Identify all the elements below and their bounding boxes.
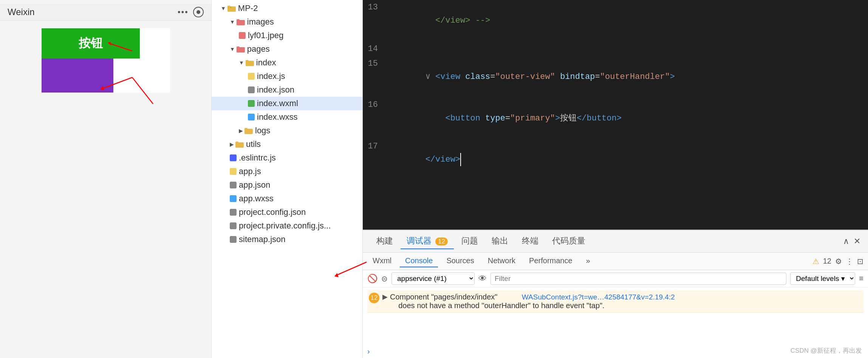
subtab-performance[interactable]: Performance bbox=[524, 255, 578, 267]
subtab-actions: ⚠ 12 ⚙ ⋮ ⊡ bbox=[812, 257, 863, 266]
tree-item-index-wxml[interactable]: index.wxml bbox=[212, 97, 362, 110]
chevron-right-icon: ▶ bbox=[230, 141, 234, 147]
warning-icon: ⚠ bbox=[812, 257, 819, 266]
code-line-14: 14 bbox=[363, 42, 868, 56]
tree-label-index-wxml: index.wxml bbox=[257, 99, 298, 108]
simulator-panel: Weixin ••• 按钮 bbox=[0, 0, 212, 358]
chevron-down-icon: ▼ bbox=[230, 46, 235, 52]
console-messages: 12 ▶ Component "pages/index/index" WASub… bbox=[363, 287, 868, 345]
svg-rect-11 bbox=[237, 46, 240, 48]
svg-rect-9 bbox=[237, 19, 240, 21]
tree-label-index-js: index.js bbox=[257, 71, 285, 81]
wxss-icon bbox=[248, 114, 255, 120]
tab-output[interactable]: 输出 bbox=[486, 233, 514, 249]
tree-item-pages[interactable]: ▼ pages bbox=[212, 42, 362, 56]
more-options-icon[interactable]: ⋮ bbox=[846, 257, 853, 266]
tree-item-lyf01[interactable]: lyf01.jpeg bbox=[212, 29, 362, 42]
json-icon bbox=[230, 222, 237, 229]
settings-icon[interactable]: ⚙ bbox=[835, 257, 842, 266]
filter-input[interactable] bbox=[490, 273, 786, 285]
tab-codequality[interactable]: 代码质量 bbox=[546, 233, 591, 249]
devtools-tabs: 构建 调试器 12 问题 输出 终端 代码质量 bbox=[370, 233, 591, 249]
tree-label-project-config: project.config.json bbox=[239, 207, 306, 217]
tree-label-lyf01: lyf01.jpeg bbox=[248, 31, 283, 40]
tree-item-images[interactable]: ▼ images bbox=[212, 15, 362, 29]
tab-debugger[interactable]: 调试器 12 bbox=[401, 233, 454, 249]
footer-text: CSDN @新征程，再出发 bbox=[791, 346, 862, 355]
devtools-header: 构建 调试器 12 问题 输出 终端 代码质量 ∧ ✕ bbox=[363, 230, 868, 253]
folder-icon-index bbox=[246, 59, 254, 66]
message-link[interactable]: WASubContext.js?t=we…42584177&v=2.19.4:2 bbox=[522, 293, 675, 301]
chevron-down-icon: ▼ bbox=[239, 60, 244, 66]
record-icon[interactable] bbox=[193, 7, 204, 17]
wxml-icon bbox=[248, 100, 255, 107]
tree-item-index-wxss[interactable]: index.wxss bbox=[212, 110, 362, 124]
context-select[interactable]: appservice (#1) bbox=[391, 272, 475, 285]
tree-label-mp2: MP-2 bbox=[238, 3, 258, 13]
debugger-badge: 12 bbox=[435, 238, 448, 245]
tree-item-logs[interactable]: ▶ logs bbox=[212, 124, 362, 137]
purple-rect bbox=[42, 59, 113, 93]
tree-item-app-js[interactable]: app.js bbox=[212, 165, 362, 178]
tree-item-index-folder[interactable]: ▼ index bbox=[212, 56, 362, 69]
tree-item-app-json[interactable]: app.json bbox=[212, 178, 362, 192]
folder-icon bbox=[227, 5, 236, 12]
code-editor[interactable]: 13 </view> --> 14 15 ∨ <view class="oute… bbox=[363, 0, 868, 230]
tab-build[interactable]: 构建 bbox=[370, 233, 399, 249]
dots-icon[interactable]: ••• bbox=[178, 7, 189, 17]
tree-label-pages: pages bbox=[247, 44, 270, 54]
console-message-1: 12 ▶ Component "pages/index/index" WASub… bbox=[367, 290, 863, 313]
tree-label-app-wxss: app.wxss bbox=[239, 194, 274, 204]
sidebar-icon[interactable]: ≡ bbox=[859, 274, 863, 283]
green-button[interactable]: 按钮 bbox=[42, 28, 140, 59]
message-text: Component "pages/index/index" WASubConte… bbox=[390, 293, 862, 310]
svg-rect-15 bbox=[244, 128, 248, 130]
tree-item-utils[interactable]: ▶ utils bbox=[212, 137, 362, 151]
right-panel: 13 </view> --> 14 15 ∨ <view class="oute… bbox=[363, 0, 868, 358]
eye-icon[interactable]: 👁 bbox=[478, 274, 487, 284]
json-icon bbox=[230, 182, 237, 188]
console-toolbar: 🚫 ⊝ appservice (#1) 👁 Default levels ▾ ≡ bbox=[363, 270, 868, 287]
prompt-chevron-icon: › bbox=[367, 347, 370, 356]
subtab-more[interactable]: » bbox=[581, 255, 596, 267]
preserve-log-icon[interactable]: ⊝ bbox=[381, 274, 388, 283]
chevron-down-icon: ▼ bbox=[221, 5, 226, 11]
tree-label-app-json: app.json bbox=[239, 180, 270, 190]
tree-item-app-wxss[interactable]: app.wxss bbox=[212, 192, 362, 205]
tab-terminal[interactable]: 终端 bbox=[516, 233, 545, 249]
js-icon bbox=[248, 73, 255, 80]
devtools-controls: ∧ ✕ bbox=[843, 236, 860, 246]
svg-rect-7 bbox=[227, 6, 231, 8]
expand-icon[interactable]: ▶ bbox=[382, 293, 388, 301]
tree-item-index-js[interactable]: index.js bbox=[212, 69, 362, 83]
tab-issues[interactable]: 问题 bbox=[455, 233, 484, 249]
warning-count: 12 bbox=[823, 257, 831, 265]
devtools-panel: 构建 调试器 12 问题 输出 终端 代码质量 ∧ ✕ Wxml Console… bbox=[363, 230, 868, 358]
subtab-network[interactable]: Network bbox=[483, 255, 521, 267]
tree-item-project-private[interactable]: project.private.config.js... bbox=[212, 219, 362, 233]
screen-content: 按钮 bbox=[42, 28, 170, 93]
eslint-icon bbox=[230, 154, 237, 161]
tree-item-eslint[interactable]: .eslintrc.js bbox=[212, 151, 362, 165]
tree-item-sitemap[interactable]: sitemap.json bbox=[212, 233, 362, 246]
tree-label-utils: utils bbox=[246, 139, 261, 149]
tree-item-mp2[interactable]: ▼ MP-2 bbox=[212, 2, 362, 15]
tree-item-index-json[interactable]: index.json bbox=[212, 83, 362, 97]
tree-label-project-private: project.private.config.js... bbox=[239, 221, 331, 231]
tree-label-images: images bbox=[247, 17, 274, 27]
tree-label-index-folder: index bbox=[256, 58, 276, 68]
close-icon[interactable]: ✕ bbox=[854, 236, 860, 246]
subtab-wxml[interactable]: Wxml bbox=[367, 255, 397, 267]
clear-console-icon[interactable]: 🚫 bbox=[367, 274, 378, 284]
code-line-16: 16 <button type="primary">按钮</button> bbox=[363, 97, 868, 139]
tree-item-project-config[interactable]: project.config.json bbox=[212, 205, 362, 219]
chevron-down-icon: ▼ bbox=[230, 19, 235, 25]
svg-rect-13 bbox=[246, 60, 249, 62]
subtab-console[interactable]: Console bbox=[400, 255, 438, 267]
tree-label-sitemap: sitemap.json bbox=[239, 235, 286, 244]
subtab-sources[interactable]: Sources bbox=[441, 255, 479, 267]
minimize-icon[interactable]: ∧ bbox=[843, 236, 849, 246]
undock-icon[interactable]: ⊡ bbox=[857, 257, 863, 266]
simulator-screen: 按钮 bbox=[42, 21, 170, 93]
level-select[interactable]: Default levels ▾ bbox=[790, 272, 855, 285]
